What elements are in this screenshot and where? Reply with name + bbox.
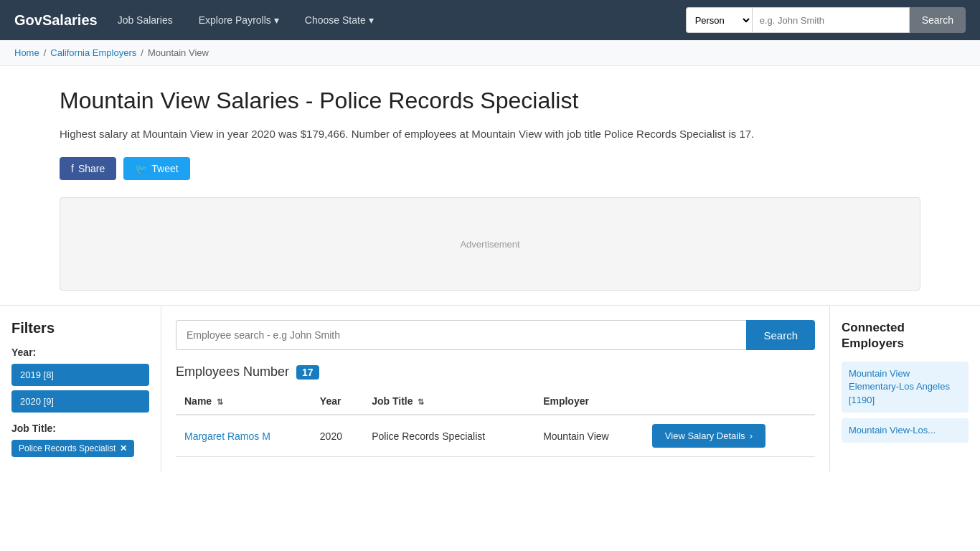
- connected-employers-title: Connected Employers: [842, 320, 969, 352]
- page-description: Highest salary at Mountain View in year …: [60, 126, 920, 143]
- col-actions: [644, 388, 815, 415]
- cell-employer: Mountain View: [534, 415, 644, 457]
- employee-search-row: Search: [176, 320, 815, 350]
- col-year-label: Year: [320, 395, 341, 407]
- chevron-down-icon: ▾: [274, 14, 279, 26]
- breadcrumb-sep-1: /: [44, 47, 47, 58]
- breadcrumb-current: Mountain View: [148, 47, 209, 58]
- job-title-filter-label: Job Title:: [11, 423, 149, 434]
- sort-job-title-icon: ⇅: [418, 397, 424, 406]
- share-button[interactable]: f Share: [60, 157, 116, 180]
- tweet-button[interactable]: 🐦 Tweet: [123, 157, 189, 180]
- sort-name-icon: ⇅: [217, 397, 223, 406]
- col-name-label: Name: [184, 395, 212, 407]
- chevron-right-icon: ›: [750, 430, 753, 441]
- share-label: Share: [78, 163, 105, 174]
- col-employer-label: Employer: [543, 395, 589, 407]
- page-title: Mountain View Salaries - Police Records …: [60, 88, 920, 114]
- table-area: Search Employees Number 17 Name ⇅ Year J…: [161, 306, 829, 471]
- connected-employer-2[interactable]: Mountain View-Los...: [842, 418, 969, 443]
- col-name[interactable]: Name ⇅: [176, 388, 311, 415]
- sidebar-filters: Filters Year: 2019 [8] 2020 [9] Job Titl…: [0, 306, 161, 471]
- nav-explore-payrolls-label: Explore Payrolls: [199, 14, 271, 26]
- breadcrumb: Home / California Employers / Mountain V…: [14, 47, 966, 58]
- cell-job-title: Police Records Specialist: [363, 415, 534, 457]
- breadcrumb-bar: Home / California Employers / Mountain V…: [0, 40, 980, 66]
- nav-search-input[interactable]: [752, 7, 910, 33]
- main-content: Mountain View Salaries - Police Records …: [45, 66, 935, 305]
- nav-search-area: Person Employer Search: [686, 7, 966, 33]
- chevron-down-icon: ▾: [369, 14, 374, 26]
- job-title-badge: Police Records Specialist ✕: [11, 440, 134, 457]
- right-sidebar: Connected Employers Mountain View Elemen…: [829, 306, 980, 471]
- nav-choose-state-label: Choose State: [305, 14, 366, 26]
- col-job-title[interactable]: Job Title ⇅: [363, 388, 534, 415]
- filters-title: Filters: [11, 320, 149, 336]
- remove-job-title-button[interactable]: ✕: [120, 443, 127, 453]
- cell-action: View Salary Details ›: [644, 415, 815, 457]
- view-salary-details-button[interactable]: View Salary Details ›: [652, 424, 765, 448]
- cell-name: Margaret Ramos M: [176, 415, 311, 457]
- table-row: Margaret Ramos M 2020 Police Records Spe…: [176, 415, 815, 457]
- employees-table: Name ⇅ Year Job Title ⇅ Employer: [176, 388, 815, 457]
- breadcrumb-home[interactable]: Home: [14, 47, 39, 58]
- lower-section: Filters Year: 2019 [8] 2020 [9] Job Titl…: [0, 305, 980, 471]
- advertisement-box: Advertisement: [60, 197, 920, 291]
- employees-count-badge: 17: [296, 365, 319, 380]
- employee-search-input[interactable]: [176, 320, 746, 350]
- employees-number-label: Employees Number: [176, 364, 289, 380]
- navbar: GovSalaries Job Salaries Explore Payroll…: [0, 0, 980, 40]
- ad-label: Advertisement: [460, 239, 519, 250]
- twitter-icon: 🐦: [135, 163, 147, 174]
- cell-year: 2020: [311, 415, 363, 457]
- nav-choose-state[interactable]: Choose State ▾: [299, 14, 380, 26]
- col-job-title-label: Job Title: [372, 395, 413, 407]
- year-filter-label: Year:: [11, 347, 149, 358]
- employees-header: Employees Number 17: [176, 364, 815, 380]
- search-type-select[interactable]: Person Employer: [686, 7, 752, 33]
- col-year: Year: [311, 388, 363, 415]
- col-employer: Employer: [534, 388, 644, 415]
- view-salary-label: View Salary Details: [665, 430, 745, 441]
- job-title-badge-text: Police Records Specialist: [19, 443, 116, 453]
- facebook-icon: f: [71, 163, 74, 174]
- nav-job-salaries[interactable]: Job Salaries: [112, 14, 179, 26]
- breadcrumb-state[interactable]: California Employers: [50, 47, 136, 58]
- tweet-label: Tweet: [151, 163, 178, 174]
- employee-search-button[interactable]: Search: [746, 320, 815, 350]
- breadcrumb-sep-2: /: [141, 47, 143, 58]
- year-filter-2020[interactable]: 2020 [9]: [11, 390, 149, 413]
- brand-logo[interactable]: GovSalaries: [14, 12, 98, 29]
- nav-explore-payrolls[interactable]: Explore Payrolls ▾: [193, 14, 285, 26]
- nav-search-button[interactable]: Search: [910, 7, 966, 33]
- social-buttons: f Share 🐦 Tweet: [60, 157, 920, 180]
- connected-employer-1[interactable]: Mountain View Elementary-Los Angeles [11…: [842, 362, 969, 413]
- employee-name-link[interactable]: Margaret Ramos M: [184, 430, 270, 442]
- year-filter-2019[interactable]: 2019 [8]: [11, 364, 149, 386]
